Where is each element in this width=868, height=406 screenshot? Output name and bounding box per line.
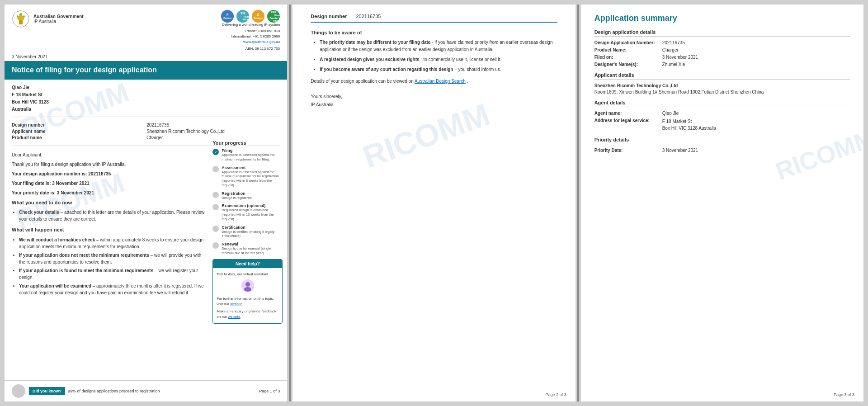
page-separator-2 — [577, 5, 579, 401]
product-label: Product Name: — [594, 47, 658, 52]
product-row: Product Name: Charger — [594, 47, 850, 52]
svg-point-4 — [23, 15, 25, 17]
renewal-dot — [212, 242, 219, 249]
divider-1 — [12, 117, 280, 117]
sign-yours: Yours sincerely, — [311, 93, 557, 101]
intro: Thank you for filing a design applicatio… — [12, 161, 206, 168]
pbr-icon: PBRPlant Breeder's Rights — [267, 10, 280, 23]
registration-dot — [212, 192, 219, 198]
designer-row: Designer's Name(s): Zhumei Xie — [594, 62, 850, 67]
designer-value: Zhumei Xie — [662, 62, 685, 67]
address-block: Qiao Jie F 18 Market St Box Hill VIC 312… — [5, 84, 287, 113]
progress-assessment: Assessment Application is assessed again… — [212, 165, 283, 188]
things-bullet2-bold: A registered design gives you exclusive … — [320, 57, 419, 62]
app-number-value: 202116735 — [662, 40, 685, 45]
body-highlight1: Your design application number is: 20211… — [12, 171, 111, 176]
assessment-dot — [212, 166, 219, 172]
check-icon: ✓ — [214, 150, 217, 154]
page1-footer: Did you know? 99% of designs application… — [5, 380, 287, 401]
filed-row: Filed on: 3 November 2021 — [594, 55, 850, 60]
svg-rect-5 — [19, 20, 23, 24]
help-text1: Talk to Alex, our virtual assistant — [217, 272, 278, 277]
designs-icon: DDesigns — [252, 10, 264, 23]
company-name: Shenzhen Ricomm Technology Co.,Ltd — [594, 83, 850, 88]
help-text2: For further information on this topic, v… — [217, 296, 278, 307]
agent-header: Agent details — [594, 100, 850, 107]
sign-off: Yours sincerely, IP Australia — [311, 93, 557, 109]
design-number-label-p2: Design number — [311, 14, 347, 19]
agent-address: F 18 Market St Box Hill VIC 3128 Austral… — [662, 118, 717, 132]
agent-address-label: Address for legal service: — [594, 118, 658, 123]
registration-desc: Design is registered — [222, 196, 251, 200]
designer-label: Designer's Name(s): — [594, 62, 658, 67]
header-icons: PPatents TMTrade Marks DDesigns PBRPlant… — [221, 10, 280, 23]
help-content: Talk to Alex, our virtual assistant For … — [213, 268, 282, 323]
priority-label: Priority Date: — [594, 148, 658, 153]
examination-dot — [212, 204, 219, 210]
applicant-header: Applicant details — [594, 72, 850, 80]
need-help-title: Need help? — [213, 260, 282, 268]
things-bullet3-rest: – you should inform us. — [454, 67, 501, 72]
agent-name-label: Agent name: — [594, 111, 658, 116]
bullet1-bold: We will conduct a formalities check — [19, 237, 95, 242]
gov-logo: Australian Government IP Australia — [12, 10, 84, 28]
trademarks-icon: TMTrade Marks — [236, 10, 249, 23]
certification-dot — [212, 226, 219, 232]
page-separator-1 — [289, 5, 291, 401]
page-3: RICOMM Application summary Design applic… — [581, 5, 863, 401]
page3-footer: Page 3 of 3 — [834, 392, 854, 397]
design-number-row: Design number 202116735 — [311, 14, 557, 23]
addressee-name: Qiao Jie — [12, 84, 280, 91]
agent-name-row: Agent name: Qiao Jie — [594, 111, 850, 116]
product-name-label: Product name — [12, 135, 145, 140]
addressee-country: Australia — [12, 106, 280, 113]
footer-fact: 99% of designs applications proceed to r… — [68, 389, 259, 393]
did-you-know-badge: Did you know? — [29, 387, 65, 395]
website-link[interactable]: www.ipaustralia.gov.au — [243, 40, 280, 44]
aus-design-search-link[interactable]: Australian Design Search — [415, 79, 466, 84]
footer-page: Page 1 of 3 — [259, 389, 280, 393]
help-website-link1[interactable]: website — [230, 302, 242, 306]
addressee-line1: F 18 Market St — [12, 91, 280, 99]
things-bullet1-bold: The priority date may be different to yo… — [320, 40, 430, 45]
priority-header: Priority details — [594, 137, 850, 144]
svg-point-3 — [17, 15, 19, 17]
alex-avatar — [241, 279, 255, 293]
filing-dot: ✓ — [212, 149, 219, 155]
banner-title: Notice of filing for your design applica… — [12, 66, 280, 75]
help-website-link2[interactable]: website — [228, 315, 240, 319]
progress-renewal: Renewal Design is due for renewal (singl… — [212, 242, 283, 255]
bullet4-bold: Your application will be examined — [19, 283, 91, 288]
progress-title: Your progress — [212, 140, 283, 146]
svg-point-8 — [244, 287, 251, 292]
applicant-name-value: Shenzhen Ricomm Technology Co.,Ltd — [146, 129, 280, 134]
page-2: RICOMM Design number 202116735 Things to… — [292, 5, 575, 401]
design-number-value: 202116735 — [146, 123, 280, 127]
company-address: Room1609, Xinwen Building 1#,Shennan Roa… — [594, 90, 850, 94]
renewal-desc: Design is due for renewal (single renewa… — [222, 246, 283, 255]
emblem-icon — [12, 10, 30, 28]
applicant-name-label: Applicant name — [12, 129, 145, 134]
progress-certification: Certification Design is certified (makin… — [212, 225, 283, 239]
addressee-line2: Box Hill VIC 3128 — [12, 99, 280, 106]
design-number-label: Design number — [12, 123, 145, 127]
page2-footer: Page 2 of 3 — [546, 392, 566, 397]
what-happen-title: What will happen next — [12, 226, 206, 234]
page-1: RICOMM RICOMM Australian Government IP A… — [5, 5, 287, 401]
filed-value: 3 November 2021 — [662, 55, 698, 60]
renewal-title: Renewal — [222, 242, 283, 246]
header-right: PPatents TMTrade Marks DDesigns PBRPlant… — [221, 10, 280, 51]
gov-text: Australian Government IP Australia — [33, 14, 84, 24]
app-number-row: Design Application Number: 202116735 — [594, 40, 850, 45]
contact-info: Phone: 1300 651 010 International: +61 2… — [221, 28, 280, 45]
teal-banner: Notice of filing for your design applica… — [5, 61, 287, 80]
product-name-value: Charger — [146, 135, 280, 140]
gov-dept: IP Australia — [33, 19, 84, 24]
design-details-header: Design application details — [594, 29, 850, 37]
page2-content: Design number 202116735 Things to be awa… — [292, 5, 575, 127]
bullet2-bold: If your application does not meet the mi… — [19, 253, 149, 258]
delivering-text: Delivering a world leading IP system — [221, 23, 280, 27]
things-section: Things to be aware of The priority date … — [311, 30, 557, 73]
things-bullet3-bold: If you become aware of any court action … — [320, 67, 453, 72]
progress-registration: Registration Design is registered — [212, 191, 283, 200]
